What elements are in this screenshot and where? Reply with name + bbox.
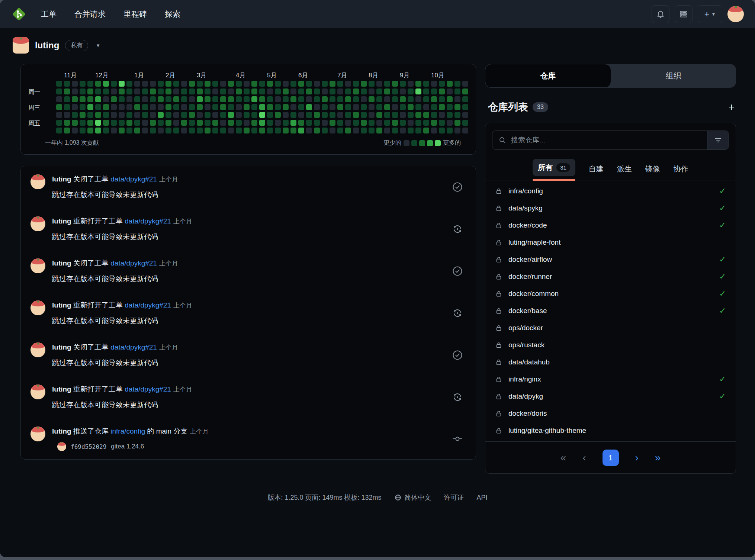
heatmap-cell[interactable] [189,104,195,110]
heatmap-cell[interactable] [56,88,62,94]
heatmap-cell[interactable] [345,120,351,126]
feed-actor-avatar[interactable] [30,174,45,189]
heatmap-cell[interactable] [64,88,70,94]
heatmap-cell[interactable] [290,104,296,110]
heatmap-cell[interactable] [400,104,406,110]
heatmap-cell[interactable] [384,104,390,110]
heatmap-cell[interactable] [244,128,250,133]
repo-name[interactable]: docker/base [508,307,547,315]
heatmap-cell[interactable] [205,112,211,118]
heatmap-cell[interactable] [306,81,312,87]
heatmap-cell[interactable] [353,96,359,102]
heatmap-cell[interactable] [392,96,398,102]
feed-actor[interactable]: luting [52,427,71,435]
repo-row[interactable]: docker/doris [485,405,736,422]
heatmap-cell[interactable] [111,112,117,118]
heatmap-cell[interactable] [283,88,289,94]
heatmap-cell[interactable] [72,120,78,126]
heatmap-cell[interactable] [212,128,218,133]
heatmap-cell[interactable] [72,128,78,133]
heatmap-cell[interactable] [290,120,296,126]
repo-name[interactable]: infra/config [508,187,543,195]
heatmap-cell[interactable] [322,112,328,118]
heatmap-cell[interactable] [95,104,101,110]
heatmap-cell[interactable] [314,112,320,118]
footer-api-link[interactable]: API [477,494,488,502]
heatmap-cell[interactable] [322,96,328,102]
heatmap-cell[interactable] [345,96,351,102]
heatmap-cell[interactable] [353,88,359,94]
heatmap-cell[interactable] [361,120,367,126]
heatmap-cell[interactable] [126,104,132,110]
heatmap-cell[interactable] [314,96,320,102]
heatmap-cell[interactable] [400,128,406,133]
heatmap-cell[interactable] [134,81,140,87]
heatmap-cell[interactable] [228,128,234,133]
heatmap-cell[interactable] [80,112,86,118]
feed-link[interactable]: data/dpykg#21 [125,217,171,225]
heatmap-cell[interactable] [80,104,86,110]
heatmap-cell[interactable] [126,128,132,133]
repo-name[interactable]: luting/gitea-github-theme [508,427,586,435]
heatmap-cell[interactable] [439,104,445,110]
heatmap-cell[interactable] [259,104,265,110]
heatmap-cell[interactable] [111,128,117,133]
heatmap-cell[interactable] [298,96,304,102]
heatmap-cell[interactable] [212,104,218,110]
heatmap-cell[interactable] [384,81,390,87]
heatmap-cell[interactable] [439,112,445,118]
heatmap-cell[interactable] [173,120,179,126]
heatmap-cell[interactable] [345,88,351,94]
feed-link[interactable]: data/dpykg#21 [125,301,171,309]
feed-actor[interactable]: luting [52,385,71,393]
heatmap-cell[interactable] [158,120,164,126]
heatmap-cell[interactable] [236,120,242,126]
heatmap-cell[interactable] [290,96,296,102]
repo-search-input[interactable] [511,136,701,144]
heatmap-cell[interactable] [447,104,453,110]
heatmap-cell[interactable] [290,112,296,118]
heatmap-cell[interactable] [142,128,148,133]
heatmap-cell[interactable] [134,96,140,102]
heatmap-cell[interactable] [376,88,382,94]
heatmap-cell[interactable] [166,128,171,133]
heatmap-cell[interactable] [173,88,179,94]
heatmap-cell[interactable] [205,128,211,133]
heatmap-cell[interactable] [439,120,445,126]
heatmap-cell[interactable] [400,120,406,126]
heatmap-cell[interactable] [283,96,289,102]
heatmap-cell[interactable] [56,112,62,118]
repo-row[interactable]: docker/airflow✓ [485,251,736,268]
heatmap-cell[interactable] [142,81,148,87]
heatmap-cell[interactable] [298,128,304,133]
heatmap-cell[interactable] [454,104,460,110]
heatmap-cell[interactable] [72,112,78,118]
heatmap-cell[interactable] [103,96,109,102]
heatmap-cell[interactable] [103,120,109,126]
heatmap-cell[interactable] [173,128,179,133]
repo-filter-tab[interactable]: 协作 [674,164,688,180]
heatmap-cell[interactable] [119,81,125,87]
repo-name[interactable]: ops/rustack [508,341,544,349]
heatmap-cell[interactable] [119,88,125,94]
heatmap-cell[interactable] [361,128,367,133]
heatmap-cell[interactable] [150,128,156,133]
heatmap-cell[interactable] [220,112,226,118]
heatmap-cell[interactable] [220,104,226,110]
feed-link[interactable]: infra/config [110,427,145,435]
heatmap-cell[interactable] [275,104,281,110]
heatmap-cell[interactable] [369,88,375,94]
heatmap-cell[interactable] [392,88,398,94]
heatmap-cell[interactable] [439,128,445,133]
user-avatar[interactable] [727,6,744,22]
heatmap-cell[interactable] [251,112,257,118]
heatmap-cell[interactable] [181,88,187,94]
heatmap-cell[interactable] [439,88,445,94]
heatmap-cell[interactable] [306,88,312,94]
repo-name[interactable]: docker/doris [508,409,547,418]
heatmap-cell[interactable] [236,104,242,110]
heatmap-cell[interactable] [408,112,414,118]
heatmap-cell[interactable] [72,81,78,87]
heatmap-cell[interactable] [197,104,203,110]
heatmap-cell[interactable] [454,120,460,126]
